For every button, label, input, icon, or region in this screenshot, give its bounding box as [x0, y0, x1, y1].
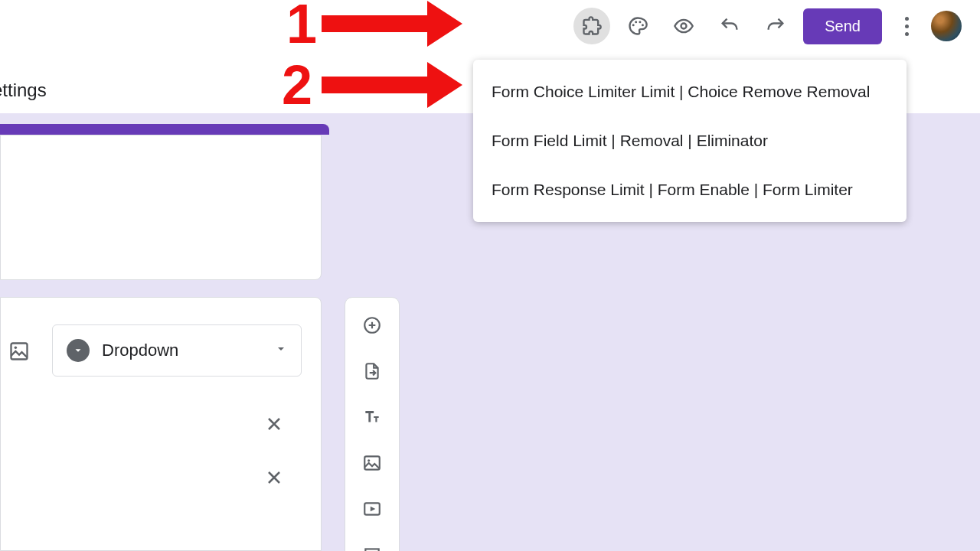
question-type-dropdown[interactable]: Dropdown	[52, 324, 302, 377]
puzzle-icon	[581, 15, 603, 37]
svg-rect-5	[11, 344, 28, 360]
add-title-button[interactable]	[360, 405, 384, 429]
tab-settings[interactable]: ettings	[0, 80, 47, 101]
annotation-number-1: 1	[286, 0, 317, 55]
form-title-card[interactable]	[0, 135, 322, 280]
image-icon	[8, 341, 30, 362]
svg-point-6	[15, 347, 17, 350]
dot-icon	[905, 32, 909, 36]
account-avatar[interactable]	[931, 11, 962, 41]
addons-button[interactable]	[573, 8, 610, 44]
palette-icon	[627, 15, 648, 37]
preview-button[interactable]	[665, 8, 702, 44]
video-icon	[362, 499, 382, 519]
addon-item[interactable]: Form Response Limit | Form Enable | Form…	[473, 165, 906, 214]
svg-point-9	[368, 459, 370, 461]
dot-icon	[905, 24, 909, 28]
svg-point-0	[632, 24, 635, 26]
svg-point-4	[681, 24, 687, 29]
dot-icon	[905, 17, 909, 21]
close-icon	[265, 468, 283, 487]
customize-theme-button[interactable]	[619, 8, 656, 44]
addon-item[interactable]: Form Field Limit | Removal | Eliminator	[473, 116, 906, 165]
svg-point-2	[639, 21, 642, 23]
addon-item[interactable]: Form Choice Limiter Limit | Choice Remov…	[473, 67, 906, 116]
add-question-button[interactable]	[360, 313, 384, 337]
question-type-label: Dropdown	[102, 341, 263, 360]
add-video-button[interactable]	[360, 497, 384, 521]
caret-down-icon	[275, 343, 287, 355]
undo-icon	[719, 15, 740, 37]
import-questions-button[interactable]	[360, 359, 384, 383]
undo-button[interactable]	[711, 8, 748, 44]
send-button[interactable]: Send	[803, 8, 882, 44]
question-toolbar	[345, 297, 400, 551]
close-icon	[265, 415, 283, 433]
dropdown-type-icon	[67, 339, 90, 362]
eye-icon	[673, 15, 694, 37]
image-icon	[362, 453, 382, 473]
remove-option-button[interactable]	[262, 465, 286, 490]
top-toolbar: Send	[0, 0, 980, 52]
caret-down-icon	[73, 345, 83, 356]
section-icon	[362, 545, 382, 551]
add-image-button[interactable]	[360, 451, 384, 475]
redo-icon	[765, 15, 786, 37]
more-menu-button[interactable]	[891, 11, 922, 41]
import-file-icon	[362, 361, 382, 381]
form-header-accent	[0, 124, 329, 135]
addons-dropdown-menu: Form Choice Limiter Limit | Choice Remov…	[473, 60, 906, 222]
text-icon	[362, 407, 382, 427]
svg-point-3	[642, 24, 644, 26]
remove-option-button[interactable]	[262, 412, 286, 436]
annotation-number-2: 2	[282, 54, 312, 116]
plus-circle-icon	[362, 315, 382, 335]
insert-image-button[interactable]	[5, 337, 34, 366]
redo-button[interactable]	[757, 8, 794, 44]
dropdown-caret	[275, 343, 287, 358]
svg-point-1	[635, 21, 637, 23]
add-section-button[interactable]	[360, 543, 384, 551]
